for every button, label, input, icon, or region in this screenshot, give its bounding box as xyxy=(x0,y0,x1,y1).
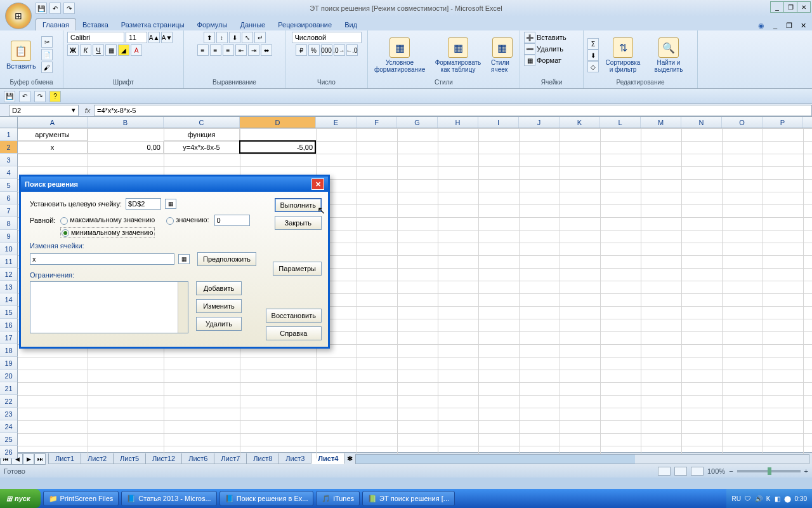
guess-button[interactable]: Предположить xyxy=(197,252,256,266)
shrink-font-icon[interactable]: A▼ xyxy=(161,32,173,43)
undo-icon-2[interactable]: ↶ xyxy=(19,91,30,102)
scrollbar[interactable] xyxy=(178,282,188,333)
row-header[interactable]: 15 xyxy=(0,306,18,319)
row-header[interactable]: 4 xyxy=(0,166,18,179)
tray-icon[interactable]: K xyxy=(766,495,771,502)
taskbar-item[interactable]: 📘Статья 2013 - Micros... xyxy=(121,491,216,506)
font-size-combo[interactable]: 11 xyxy=(126,32,147,43)
row-header[interactable]: 3 xyxy=(0,154,18,166)
row-header[interactable]: 8 xyxy=(0,217,18,230)
column-header[interactable]: A xyxy=(18,117,88,128)
constraints-listbox[interactable] xyxy=(30,281,188,333)
radio-min[interactable]: минимальному значению xyxy=(60,227,155,237)
restore-icon[interactable]: ❐ xyxy=(783,1,797,13)
page-layout-view-icon[interactable] xyxy=(674,467,687,476)
dec-decimal-icon[interactable]: ←.0 xyxy=(346,44,358,56)
format-table-button[interactable]: ▦Форматировать как таблицу xyxy=(430,36,486,74)
column-header[interactable]: B xyxy=(88,117,164,128)
row-header[interactable]: 13 xyxy=(0,281,18,293)
row-header[interactable]: 7 xyxy=(0,204,18,217)
tab-review[interactable]: Рецензирование xyxy=(272,19,338,30)
italic-icon[interactable]: К xyxy=(80,44,91,56)
column-header[interactable]: M xyxy=(641,117,681,128)
tab-view[interactable]: Вид xyxy=(338,19,363,30)
tray-icon[interactable]: ◧ xyxy=(775,495,780,502)
merge-icon[interactable]: ⬌ xyxy=(261,44,272,56)
orientation-icon[interactable]: ⤡ xyxy=(242,32,253,43)
zoom-slider[interactable] xyxy=(737,470,801,472)
row-header[interactable]: 20 xyxy=(0,370,18,382)
inc-decimal-icon[interactable]: .0→ xyxy=(334,44,345,56)
dialog-titlebar[interactable]: Поиск решения ✕ xyxy=(21,177,328,192)
redo-icon-2[interactable]: ↷ xyxy=(34,91,46,102)
format-painter-icon[interactable]: 🖌 xyxy=(41,62,53,73)
fill-color-icon[interactable]: ◢ xyxy=(118,44,129,56)
help-icon[interactable]: ◉ xyxy=(756,20,766,30)
tab-home[interactable]: Главная xyxy=(36,18,76,30)
align-middle-icon[interactable]: ↕ xyxy=(216,32,228,43)
tray-icon[interactable]: 🔊 xyxy=(755,495,763,502)
taskbar-item[interactable]: 🎵iTunes xyxy=(316,491,360,506)
row-header[interactable]: 22 xyxy=(0,395,18,408)
delete-cells-button[interactable]: ➖Удалить xyxy=(524,43,563,55)
cell-styles-button[interactable]: ▦Стили ячеек xyxy=(488,36,516,74)
add-constraint-button[interactable]: Добавить xyxy=(196,281,242,295)
cut-icon[interactable]: ✂ xyxy=(41,36,53,48)
number-format-combo[interactable]: Числовой xyxy=(292,32,362,43)
tab-insert[interactable]: Вставка xyxy=(76,19,115,30)
tab-data[interactable]: Данные xyxy=(233,19,272,30)
close-button[interactable]: Закрыть xyxy=(275,216,322,230)
cell[interactable]: функция xyxy=(164,128,240,141)
font-color-icon[interactable]: A xyxy=(131,44,142,56)
currency-icon[interactable]: ₽ xyxy=(296,44,307,56)
row-header[interactable]: 18 xyxy=(0,344,18,357)
align-right-icon[interactable]: ≡ xyxy=(223,44,234,56)
cell[interactable]: x xyxy=(18,141,88,154)
options-button[interactable]: Параметры xyxy=(273,262,322,276)
start-button[interactable]: ⊞пуск xyxy=(0,489,41,508)
help-icon-2[interactable]: ? xyxy=(49,91,61,102)
solve-button[interactable]: Выполнить xyxy=(275,198,322,212)
fx-icon[interactable]: fx xyxy=(81,107,94,114)
align-top-icon[interactable]: ⬆ xyxy=(204,32,215,43)
changing-cells-input[interactable] xyxy=(30,253,174,265)
collapse-dialog-icon[interactable]: ▦ xyxy=(165,199,176,209)
row-header[interactable]: 14 xyxy=(0,293,18,306)
ribbon-restore-icon[interactable]: ❐ xyxy=(784,20,794,30)
save-icon[interactable]: 💾 xyxy=(36,3,47,14)
normal-view-icon[interactable] xyxy=(658,467,671,476)
minimize-icon[interactable]: _ xyxy=(770,1,784,13)
row-header[interactable]: 10 xyxy=(0,243,18,255)
taskbar-item[interactable]: 📗ЭТ поиск решения [... xyxy=(362,491,455,506)
row-header[interactable]: 2 xyxy=(0,141,18,154)
row-header[interactable]: 23 xyxy=(0,408,18,420)
insert-cells-button[interactable]: ➕Вставить xyxy=(524,32,566,43)
save-icon-2[interactable]: 💾 xyxy=(4,91,15,102)
zoom-out-icon[interactable]: − xyxy=(729,467,733,475)
row-header[interactable]: 1 xyxy=(0,128,18,141)
align-left-icon[interactable]: ≡ xyxy=(197,44,209,56)
sort-filter-button[interactable]: ⇅Сортировка и фильтр xyxy=(601,36,645,74)
office-button[interactable]: ⊞ xyxy=(5,3,32,29)
horizontal-scrollbar[interactable] xyxy=(355,454,809,464)
ribbon-minimize-icon[interactable]: _ xyxy=(770,20,780,30)
row-header[interactable]: 25 xyxy=(0,433,18,446)
undo-icon[interactable]: ↶ xyxy=(49,3,61,14)
tab-layout[interactable]: Разметка страницы xyxy=(115,19,191,30)
cell[interactable]: y=4x*x-8x-5 xyxy=(164,141,240,154)
help-button[interactable]: Справка xyxy=(266,326,322,340)
select-all-corner[interactable] xyxy=(0,117,18,128)
comma-icon[interactable]: 000 xyxy=(321,44,332,56)
column-header[interactable]: I xyxy=(478,117,519,128)
zoom-level[interactable]: 100% xyxy=(707,467,725,475)
radio-max[interactable]: максимальному значению xyxy=(60,216,155,224)
column-header[interactable]: N xyxy=(681,117,722,128)
paste-button[interactable]: 📋 Вставить xyxy=(4,39,39,71)
find-select-button[interactable]: 🔍Найти и выделить xyxy=(647,36,690,74)
column-header[interactable]: K xyxy=(560,117,600,128)
taskbar-item[interactable]: 📘Поиск решения в Ex... xyxy=(219,491,314,506)
row-header[interactable]: 21 xyxy=(0,382,18,395)
column-header[interactable]: D xyxy=(240,117,316,128)
format-cells-button[interactable]: ▦Формат xyxy=(524,55,561,66)
column-header[interactable]: H xyxy=(438,117,478,128)
